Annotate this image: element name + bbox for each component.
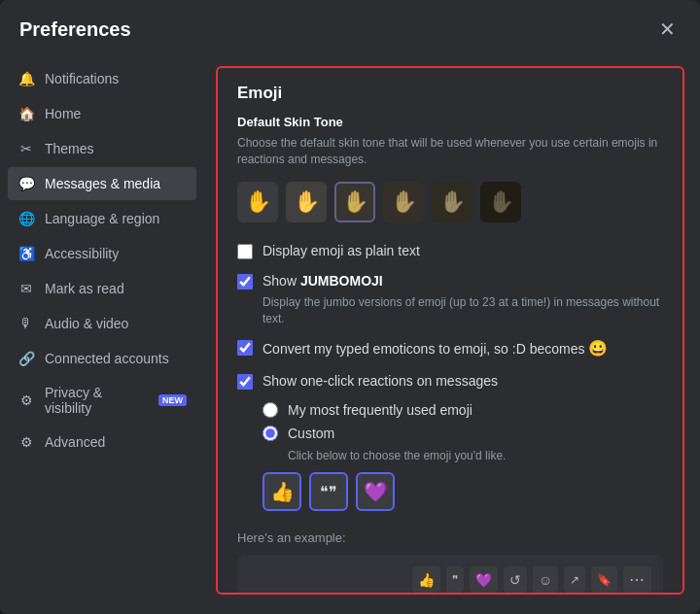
checkbox-one-click-reactions[interactable] (237, 374, 253, 390)
sidebar-item-messages-media[interactable]: 💬 Messages & media (8, 167, 196, 200)
radio-custom-row: Custom (262, 426, 663, 441)
mark-read-icon: ✉ (18, 280, 35, 297)
privacy-icon: ⚙ (18, 392, 35, 409)
subsection-title: Default Skin Tone (237, 115, 663, 129)
checkbox-jumbomoji-sublabel: Display the jumbo versions of emoji (up … (262, 294, 663, 327)
radio-most-used[interactable] (262, 402, 278, 418)
modal-title: Preferences (19, 18, 131, 41)
checkbox-emoticons-label[interactable]: Convert my typed emoticons to emoji, so … (262, 338, 608, 359)
checkbox-jumbomoji-label[interactable]: Show JUMBOMOJI (262, 273, 383, 289)
sidebar-label-messages-media: Messages & media (45, 176, 160, 191)
emoji-pick-row: 👍 ❝❞ 💜 (262, 472, 663, 511)
checkbox-jumbomoji[interactable] (237, 274, 253, 290)
main-content: Emoji Default Skin Tone Choose the defau… (204, 54, 700, 614)
sidebar-label-privacy-visibility: Privacy & visibility (45, 385, 145, 416)
sidebar: 🔔 Notifications 🏠 Home ✂ Themes 💬 Messag… (0, 54, 204, 614)
checkbox-emoticons-row: Convert my typed emoticons to emoji, so … (237, 338, 663, 359)
reaction-thumbsup[interactable]: 👍 (412, 566, 440, 593)
radio-custom-label[interactable]: Custom (288, 426, 334, 441)
sidebar-item-notifications[interactable]: 🔔 Notifications (8, 62, 196, 95)
skin-tone-2[interactable]: ✋ (286, 182, 327, 222)
sidebar-item-connected-accounts[interactable]: 🔗 Connected accounts (8, 342, 196, 375)
reactions-bar: 👍 ❞ 💜 ↺ ☺ ↗ 🔖 ⋯ (249, 566, 651, 593)
sidebar-label-advanced: Advanced (45, 434, 105, 450)
reaction-refresh[interactable]: ↺ (504, 566, 527, 593)
home-icon: 🏠 (18, 105, 35, 122)
radio-most-used-row: My most frequently used emoji (262, 402, 663, 418)
sidebar-item-accessibility[interactable]: ♿ Accessibility (8, 237, 196, 270)
checkbox-reactions-row: Show one-click reactions on messages (237, 372, 663, 392)
emoji-pick-thumbsup[interactable]: 👍 (262, 472, 301, 511)
checkbox-plain-text[interactable] (237, 244, 253, 259)
modal-body: 🔔 Notifications 🏠 Home ✂ Themes 💬 Messag… (0, 54, 700, 614)
sidebar-item-advanced[interactable]: ⚙ Advanced (8, 426, 196, 459)
sidebar-label-accessibility: Accessibility (45, 246, 119, 261)
sidebar-item-language-region[interactable]: 🌐 Language & region (8, 202, 196, 235)
themes-icon: ✂ (18, 140, 35, 157)
reaction-heart[interactable]: 💜 (470, 566, 498, 593)
skin-tone-row: ✋ ✋ ✋ ✋ ✋ ✋ (237, 182, 663, 222)
sidebar-item-home[interactable]: 🏠 Home (8, 97, 196, 130)
example-label: Here's an example: (237, 530, 663, 545)
checkbox-jumbomoji-row: Show JUMBOMOJI Display the jumbo version… (237, 272, 663, 326)
sidebar-label-notifications: Notifications (45, 71, 119, 86)
reaction-more[interactable]: ⋯ (623, 566, 651, 593)
reaction-emoji[interactable]: ☺ (533, 566, 558, 593)
content-box: Emoji Default Skin Tone Choose the defau… (216, 66, 684, 595)
section-title: Emoji (237, 84, 663, 103)
skin-tone-3[interactable]: ✋ (334, 182, 375, 222)
advanced-icon: ⚙ (18, 433, 35, 451)
example-message-container: 👍 ❞ 💜 ↺ ☺ ↗ 🔖 ⋯ (237, 555, 663, 593)
new-badge: NEW (158, 394, 187, 406)
preferences-modal: Preferences ✕ 🔔 Notifications 🏠 Home ✂ T… (0, 0, 700, 614)
sidebar-label-themes: Themes (45, 141, 94, 156)
emoji-pick-quote[interactable]: ❝❞ (309, 472, 348, 511)
sidebar-item-mark-as-read[interactable]: ✉ Mark as read (8, 272, 196, 305)
close-button[interactable]: ✕ (653, 16, 681, 43)
radio-custom[interactable] (262, 426, 278, 441)
checkbox-reactions-label[interactable]: Show one-click reactions on messages (262, 372, 498, 392)
skin-tone-6[interactable]: ✋ (480, 182, 521, 222)
content-inner: Emoji Default Skin Tone Choose the defau… (218, 68, 682, 593)
subsection-desc: Choose the default skin tone that will b… (237, 135, 663, 168)
language-icon: 🌐 (18, 210, 35, 227)
sidebar-item-privacy-visibility[interactable]: ⚙ Privacy & visibility NEW (8, 377, 196, 424)
sidebar-label-connected-accounts: Connected accounts (45, 351, 169, 366)
checkbox-convert-emoticons[interactable] (237, 340, 253, 356)
reaction-quote[interactable]: ❞ (446, 566, 464, 593)
modal-header: Preferences ✕ (0, 0, 700, 54)
radio-most-used-label[interactable]: My most frequently used emoji (288, 402, 472, 418)
sidebar-label-home: Home (45, 106, 81, 121)
link-icon: 🔗 (18, 350, 35, 367)
sidebar-label-language-region: Language & region (45, 211, 159, 226)
checkbox-plain-text-label[interactable]: Display emoji as plain text (262, 242, 420, 261)
emoji-pick-heart[interactable]: 💜 (356, 472, 395, 511)
skin-tone-1[interactable]: ✋ (237, 182, 278, 222)
skin-tone-4[interactable]: ✋ (383, 182, 424, 222)
messages-icon: 💬 (18, 175, 35, 192)
checkbox-plain-text-row: Display emoji as plain text (237, 242, 663, 261)
sidebar-item-themes[interactable]: ✂ Themes (8, 132, 196, 165)
reaction-share[interactable]: ↗ (564, 566, 585, 593)
accessibility-icon: ♿ (18, 245, 35, 262)
audio-icon: 🎙 (18, 315, 35, 332)
custom-sublabel: Click below to choose the emoji you'd li… (288, 449, 663, 462)
sidebar-label-audio-video: Audio & video (45, 316, 128, 331)
skin-tone-5[interactable]: ✋ (432, 182, 472, 222)
sidebar-label-mark-as-read: Mark as read (45, 281, 124, 296)
sidebar-item-audio-video[interactable]: 🎙 Audio & video (8, 307, 196, 340)
bell-icon: 🔔 (18, 70, 35, 87)
reaction-bookmark[interactable]: 🔖 (591, 566, 617, 593)
